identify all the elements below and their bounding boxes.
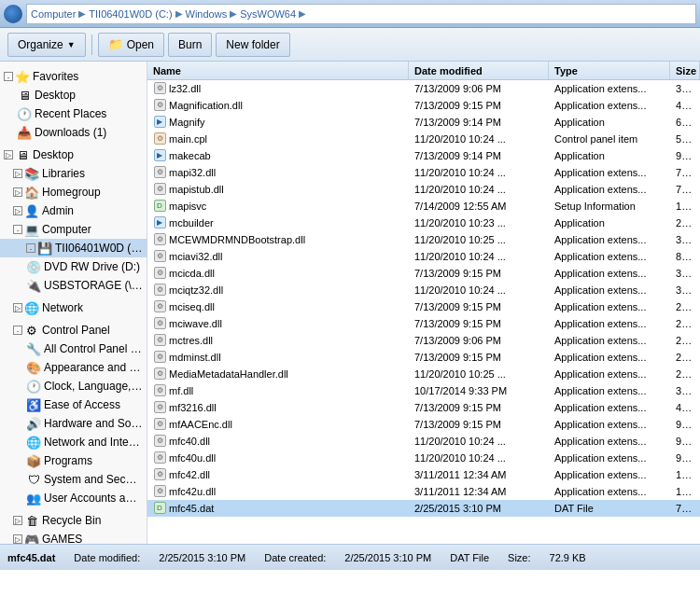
nav-favorites[interactable]: - ⭐ Favorites: [0, 67, 147, 86]
table-row[interactable]: ⚙ Magnification.dll 7/13/2009 9:15 PM Ap…: [147, 97, 700, 114]
col-header-name[interactable]: Name: [147, 62, 409, 79]
libraries-expand[interactable]: ▷: [13, 169, 22, 178]
file-size: 41 KB: [670, 401, 700, 414]
nav-network[interactable]: ▷ 🌐 Network: [0, 298, 147, 317]
control-panel-expand[interactable]: -: [13, 326, 22, 335]
nav-desktop[interactable]: 🖥 Desktop: [0, 86, 147, 104]
nav-favorites-label: Favorites: [33, 70, 78, 83]
computer-expand[interactable]: -: [13, 225, 22, 234]
table-row[interactable]: ⚙ mfc40.dll 11/20/2010 10:24 ... Applica…: [147, 433, 700, 450]
table-row[interactable]: D mapisvc 7/14/2009 12:55 AM Setup Infor…: [147, 198, 700, 215]
file-size: 201 KB: [670, 351, 700, 364]
table-row[interactable]: ⚙ mfAACEnc.dll 7/13/2009 9:15 PM Applica…: [147, 416, 700, 433]
file-type: Application: [549, 216, 670, 229]
table-row[interactable]: ⚙ MediaMetadataHandler.dll 11/20/2010 10…: [147, 366, 700, 382]
file-name: ▶ mcbuilder: [147, 215, 409, 230]
breadcrumb-syswow64[interactable]: SysWOW64: [240, 8, 296, 20]
nav-computer[interactable]: - 💻 Computer: [0, 220, 147, 239]
col-header-size[interactable]: Size: [670, 62, 700, 79]
table-row[interactable]: ⚙ mfc40u.dll 11/20/2010 10:24 ... Applic…: [147, 450, 700, 466]
table-row[interactable]: ⚙ mapi32.dll 11/20/2010 10:24 ... Applic…: [147, 164, 700, 181]
recycle-expand[interactable]: ▷: [13, 516, 22, 525]
table-row[interactable]: ▶ mcbuilder 11/20/2010 10:23 ... Applica…: [147, 215, 700, 231]
status-date-modified-label: Date modified:: [74, 552, 140, 563]
table-row[interactable]: ⚙ mciwave.dll 7/13/2009 9:15 PM Applicat…: [147, 315, 700, 332]
table-row[interactable]: ⚙ mctres.dll 7/13/2009 9:06 PM Applicati…: [147, 332, 700, 349]
table-row[interactable]: ⚙ mcicda.dll 7/13/2009 9:15 PM Applicati…: [147, 265, 700, 282]
nav-system[interactable]: 🛡 System and Security: [0, 470, 147, 489]
favorites-section: - ⭐ Favorites 🖥 Desktop 🕐 Recent Places …: [0, 65, 147, 144]
col-header-date[interactable]: Date modified: [409, 62, 549, 79]
table-row[interactable]: ⚙ mapistub.dll 11/20/2010 10:24 ... Appl…: [147, 181, 700, 198]
file-date: 7/13/2009 9:15 PM: [409, 300, 549, 313]
breadcrumb-computer[interactable]: Computer: [31, 8, 76, 20]
file-type: Application extens...: [549, 485, 670, 498]
table-row[interactable]: ⚙ MCEWMDRMNDBootstrap.dll 11/20/2010 10:…: [147, 231, 700, 248]
file-date: 11/20/2010 10:24 ...: [409, 451, 549, 464]
homegroup-expand[interactable]: ▷: [13, 187, 22, 197]
file-type: DAT File: [549, 502, 670, 515]
nav-control-panel[interactable]: - ⚙ Control Panel: [0, 321, 147, 340]
network-expand[interactable]: ▷: [13, 303, 22, 312]
nav-downloads[interactable]: 📥 Downloads (1): [0, 123, 147, 142]
games-expand[interactable]: ▷: [13, 534, 22, 544]
tii-expand[interactable]: -: [26, 243, 35, 253]
admin-expand[interactable]: ▷: [13, 206, 22, 215]
table-row[interactable]: ⚙ mf.dll 10/17/2014 9:33 PM Application …: [147, 382, 700, 399]
nav-network-internet-label: Network and Internet: [44, 436, 143, 449]
table-row[interactable]: ⚙ mdminst.dll 7/13/2009 9:15 PM Applicat…: [147, 349, 700, 366]
file-date: 3/11/2011 12:34 AM: [409, 468, 549, 481]
organize-button[interactable]: Organize ▼: [7, 33, 86, 57]
table-row[interactable]: ⚙ mciqtz32.dll 11/20/2010 10:24 ... Appl…: [147, 282, 700, 298]
burn-button[interactable]: Burn: [168, 33, 212, 57]
file-name-text: mfc40u.dll: [169, 452, 216, 464]
nav-user-accounts[interactable]: 👥 User Accounts and Fam...: [0, 489, 147, 507]
table-row[interactable]: ⚙ lz32.dll 7/13/2009 9:06 PM Application…: [147, 80, 700, 97]
table-row[interactable]: ⚙ mfc42.dll 3/11/2011 12:34 AM Applicati…: [147, 466, 700, 483]
table-row[interactable]: ▶ Magnify 7/13/2009 9:14 PM Application …: [147, 114, 700, 131]
nav-ease[interactable]: ♿ Ease of Access: [0, 395, 147, 414]
breadcrumb-windows[interactable]: Windows: [186, 8, 228, 20]
file-name: ⚙ Magnification.dll: [147, 98, 409, 113]
nav-all-control[interactable]: 🔧 All Control Panel Items: [0, 340, 147, 358]
table-row[interactable]: ⚙ mciseq.dll 7/13/2009 9:15 PM Applicati…: [147, 298, 700, 315]
nav-dvd[interactable]: 💿 DVD RW Drive (D:): [0, 257, 147, 276]
table-row[interactable]: ⚙ main.cpl 11/20/2010 10:24 ... Control …: [147, 131, 700, 147]
table-row[interactable]: D mfc45.dat 2/25/2015 3:10 PM DAT File 7…: [147, 500, 700, 517]
breadcrumb-drive[interactable]: TII06401W0D (C:): [89, 8, 172, 20]
file-name-text: Magnify: [169, 117, 205, 128]
file-date: 7/13/2009 9:15 PM: [409, 351, 549, 364]
table-row[interactable]: ⚙ mf3216.dll 7/13/2009 9:15 PM Applicati…: [147, 399, 700, 416]
desktop2-expand[interactable]: ▷: [4, 150, 13, 159]
nav-appearance[interactable]: 🎨 Appearance and Perso...: [0, 358, 147, 377]
nav-network-internet[interactable]: 🌐 Network and Internet: [0, 433, 147, 451]
nav-tii[interactable]: - 💾 TII06401W0D (C:): [0, 239, 147, 257]
new-folder-button[interactable]: New folder: [216, 33, 289, 57]
nav-programs[interactable]: 📦 Programs: [0, 451, 147, 470]
col-header-type[interactable]: Type: [549, 62, 670, 79]
nav-desktop2[interactable]: ▷ 🖥 Desktop: [0, 146, 147, 164]
title-bar: Computer ▶ TII06401W0D (C:) ▶ Windows ▶ …: [0, 0, 700, 28]
nav-hardware[interactable]: 🔊 Hardware and Sound: [0, 414, 147, 433]
desktop-icon: 🖥: [17, 88, 32, 103]
nav-admin[interactable]: ▷ 👤 Admin: [0, 201, 147, 220]
file-name-text: makecab: [169, 150, 211, 161]
nav-homegroup[interactable]: ▷ 🏠 Homegroup: [0, 183, 147, 201]
table-row[interactable]: ⚙ mciavi32.dll 11/20/2010 10:24 ... Appl…: [147, 248, 700, 265]
table-row[interactable]: ⚙ mfc42u.dll 3/11/2011 12:34 AM Applicat…: [147, 483, 700, 500]
file-size: 36 KB: [670, 284, 700, 297]
nav-recycle-bin[interactable]: ▷ 🗑 Recycle Bin: [0, 511, 147, 530]
nav-usb[interactable]: 🔌 USBSTORAGE (\EPSOI...: [0, 276, 147, 295]
open-button[interactable]: 📁 Open: [98, 33, 164, 57]
table-row[interactable]: ▶ makecab 7/13/2009 9:14 PM Application …: [147, 147, 700, 164]
nav-recent-places[interactable]: 🕐 Recent Places: [0, 104, 147, 123]
nav-games[interactable]: ▷ 🎮 GAMES: [0, 530, 147, 544]
all-control-icon: 🔧: [26, 341, 41, 356]
nav-libraries[interactable]: ▷ 📚 Libraries: [0, 164, 147, 183]
address-bar[interactable]: Computer ▶ TII06401W0D (C:) ▶ Windows ▶ …: [26, 4, 696, 24]
nav-clock[interactable]: 🕐 Clock, Language, and R...: [0, 377, 147, 395]
dvd-icon: 💿: [26, 259, 41, 274]
folder-icon: 📁: [108, 37, 123, 51]
file-date: 3/11/2011 12:34 AM: [409, 485, 549, 498]
favorites-expand[interactable]: -: [4, 72, 13, 81]
